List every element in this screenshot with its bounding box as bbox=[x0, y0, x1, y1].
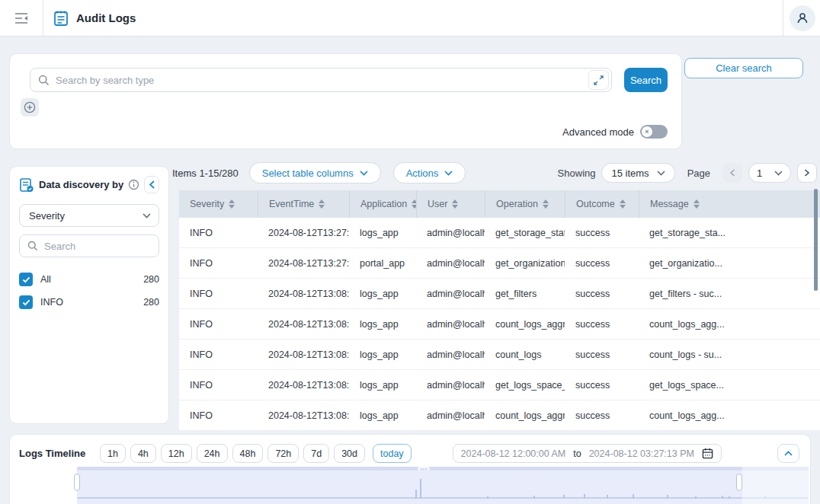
checkbox-checked-icon[interactable] bbox=[19, 273, 33, 286]
table-scrollbar[interactable] bbox=[814, 189, 818, 291]
table-cell: INFO bbox=[179, 309, 258, 339]
page-size-select[interactable]: 15 items bbox=[601, 163, 674, 183]
sidebar-collapse-menu-icon[interactable] bbox=[9, 6, 35, 30]
table-row[interactable]: INFO2024-08-12T13:08:...logs_appadmin@lo… bbox=[179, 400, 820, 431]
table-row[interactable]: INFO2024-08-12T13:08:...logs_appadmin@lo… bbox=[179, 309, 820, 340]
page-number-select[interactable]: 1 bbox=[748, 163, 791, 183]
facet-search-placeholder: Search bbox=[44, 241, 75, 252]
advanced-mode-toggle[interactable]: × bbox=[640, 125, 668, 139]
table-cell: INFO bbox=[179, 400, 258, 430]
column-header-user[interactable]: User bbox=[416, 190, 485, 218]
sort-icon[interactable] bbox=[319, 199, 325, 209]
page-title: Audit Logs bbox=[76, 11, 136, 24]
table-cell: INFO bbox=[179, 279, 258, 308]
table-cell: 2024-08-12T13:27:... bbox=[258, 248, 349, 278]
sort-icon[interactable] bbox=[543, 199, 549, 209]
calendar-icon bbox=[702, 448, 713, 459]
range-button-24h[interactable]: 24h bbox=[197, 444, 228, 463]
collapse-panel-button[interactable] bbox=[144, 176, 159, 193]
table-row[interactable]: INFO2024-08-12T13:27:...logs_appadmin@lo… bbox=[179, 218, 820, 248]
column-header-application[interactable]: Application bbox=[349, 190, 416, 218]
table-row[interactable]: INFO2024-08-12T13:08:...logs_appadmin@lo… bbox=[179, 340, 820, 370]
facet-item-all[interactable]: All280 bbox=[19, 268, 159, 291]
table-cell: 2024-08-12T13:08:... bbox=[258, 340, 349, 369]
table-cell: success bbox=[565, 340, 639, 369]
timeline-spike bbox=[584, 494, 585, 499]
table-cell: logs_app bbox=[349, 218, 416, 247]
table-cell: count_logs bbox=[485, 340, 565, 369]
clear-search-button[interactable]: Clear search bbox=[684, 58, 803, 78]
table-cell: success bbox=[565, 279, 639, 308]
info-icon[interactable] bbox=[128, 179, 139, 190]
sort-icon[interactable] bbox=[620, 199, 626, 209]
chevron-left-icon bbox=[729, 169, 735, 177]
facet-item-info[interactable]: INFO280 bbox=[19, 291, 159, 314]
table-cell: admin@localhost.lo... bbox=[416, 218, 485, 247]
range-button-30d[interactable]: 30d bbox=[334, 444, 365, 463]
table-cell: get_storage_sta... bbox=[639, 218, 820, 247]
table-cell: portal_app bbox=[349, 248, 416, 278]
items-summary: Items 1-15/280 bbox=[172, 167, 239, 179]
facet-field-value: Severity bbox=[29, 210, 65, 222]
chevron-down-icon bbox=[360, 171, 368, 176]
table-cell: get_logs_space... bbox=[639, 370, 820, 400]
column-header-severity[interactable]: Severity bbox=[179, 190, 258, 218]
table-cell: success bbox=[565, 309, 639, 339]
facet-field-select[interactable]: Severity bbox=[19, 204, 159, 227]
actions-button[interactable]: Actions bbox=[393, 162, 466, 183]
date-from-value: 2024-08-12 12:00:00 AM bbox=[461, 448, 566, 459]
facet-search-input[interactable]: Search bbox=[19, 234, 159, 257]
table-row[interactable]: INFO2024-08-12T13:08:...logs_appadmin@lo… bbox=[179, 370, 820, 400]
range-button-1h[interactable]: 1h bbox=[100, 444, 126, 463]
range-button-72h[interactable]: 72h bbox=[267, 444, 299, 463]
plus-circle-icon bbox=[24, 101, 36, 113]
column-header-outcome[interactable]: Outcome bbox=[565, 190, 639, 218]
date-range-picker[interactable]: 2024-08-12 12:00:00 AM to 2024-08-12 03:… bbox=[453, 444, 722, 463]
column-header-eventtime[interactable]: EventTime bbox=[258, 190, 349, 218]
collapse-timeline-button[interactable] bbox=[777, 444, 799, 463]
table-row[interactable]: INFO2024-08-12T13:27:...portal_appadmin@… bbox=[179, 248, 820, 279]
logs-timeline-panel: Logs Timeline 1h4h12h24h48h72h7d30d toda… bbox=[9, 434, 811, 504]
table-cell: logs_app bbox=[349, 279, 416, 308]
divider bbox=[43, 0, 43, 36]
page-size-value: 15 items bbox=[611, 167, 649, 179]
column-header-operation[interactable]: Operation bbox=[485, 190, 565, 218]
table-cell: get_storage_stats bbox=[485, 218, 565, 247]
timeline-spike bbox=[487, 496, 488, 499]
table-row[interactable]: INFO2024-08-12T13:08:...logs_appadmin@lo… bbox=[179, 279, 820, 309]
search-button[interactable]: Search bbox=[624, 68, 668, 92]
table-cell: 2024-08-12T13:08:... bbox=[258, 370, 349, 400]
table-cell: get_filters bbox=[485, 279, 565, 308]
range-button-48h[interactable]: 48h bbox=[232, 444, 264, 463]
range-button-today[interactable]: today bbox=[373, 444, 412, 463]
timeline-brush[interactable]: ••• bbox=[77, 467, 809, 504]
table-body: INFO2024-08-12T13:27:...logs_appadmin@lo… bbox=[179, 218, 820, 431]
brush-right-handle[interactable] bbox=[736, 474, 742, 491]
table-cell: 2024-08-12T13:08:... bbox=[258, 279, 349, 308]
sort-icon[interactable] bbox=[452, 199, 458, 209]
checkbox-checked-icon[interactable] bbox=[19, 295, 33, 309]
sort-icon[interactable] bbox=[693, 199, 700, 209]
table-cell: count_logs_agg... bbox=[639, 309, 820, 339]
column-header-message[interactable]: Message bbox=[639, 190, 820, 218]
expand-search-button[interactable] bbox=[588, 70, 609, 90]
add-criteria-button[interactable] bbox=[21, 98, 39, 116]
range-button-12h[interactable]: 12h bbox=[161, 444, 192, 463]
user-avatar[interactable] bbox=[790, 5, 815, 31]
table-cell: success bbox=[565, 218, 639, 247]
select-table-columns-button[interactable]: Select table columns bbox=[249, 162, 381, 183]
range-button-7d[interactable]: 7d bbox=[303, 444, 329, 463]
facet-item-count: 280 bbox=[143, 297, 159, 308]
previous-page-button[interactable] bbox=[722, 163, 742, 183]
facet-item-label: All bbox=[40, 274, 51, 285]
logs-timeline-title: Logs Timeline bbox=[19, 448, 100, 459]
range-button-4h[interactable]: 4h bbox=[130, 444, 156, 463]
search-panel: Search by search type Search Advanced mo… bbox=[9, 53, 682, 149]
brush-grip[interactable]: ••• bbox=[418, 467, 430, 471]
brush-left-handle[interactable] bbox=[74, 474, 80, 491]
sort-icon[interactable] bbox=[229, 199, 235, 209]
table-cell: INFO bbox=[179, 340, 258, 369]
search-input[interactable]: Search by search type bbox=[30, 68, 612, 92]
brush-outside-right bbox=[742, 467, 809, 504]
next-page-button[interactable] bbox=[797, 163, 817, 183]
